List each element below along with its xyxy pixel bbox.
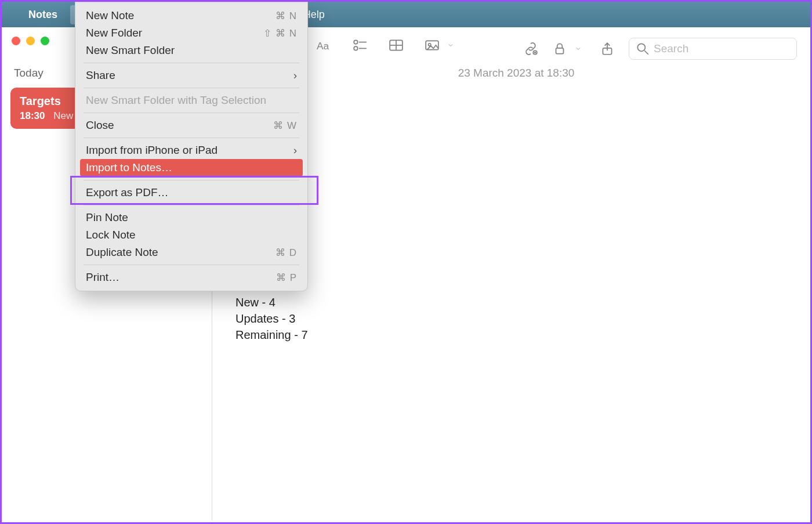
menu-item-new-smart-folder-tag: New Smart Folder with Tag Selection — [75, 92, 307, 109]
note-line: Updates - 3 — [235, 310, 797, 327]
search-placeholder: Search — [654, 42, 688, 55]
search-icon — [635, 41, 650, 56]
note-preview: New — [53, 110, 73, 121]
svg-text:Aa: Aa — [317, 40, 329, 52]
photo-icon — [425, 38, 440, 53]
chevron-down-icon — [571, 41, 586, 56]
editor-toolbar: Aa — [317, 38, 458, 53]
menu-item-share[interactable]: Share› — [75, 67, 307, 84]
window-close-button[interactable] — [12, 37, 20, 45]
media-button[interactable] — [425, 38, 458, 53]
lock-icon — [552, 41, 567, 56]
svg-point-15 — [637, 44, 645, 51]
table-icon[interactable] — [389, 38, 404, 53]
svg-rect-13 — [556, 48, 564, 54]
note-editor[interactable]: 23 March 2023 at 18:30 New - 4 Updates -… — [224, 64, 809, 521]
menu-item-close[interactable]: Close⌘ W — [75, 117, 307, 134]
svg-point-1 — [354, 40, 358, 44]
note-time: 18:30 — [20, 110, 45, 121]
svg-point-9 — [429, 44, 431, 46]
window-zoom-button[interactable] — [41, 37, 49, 45]
menu-item-new-note[interactable]: New Note⌘ N — [75, 7, 307, 24]
note-body[interactable]: New - 4 Updates - 3 Remaining - 7 — [235, 294, 797, 343]
window-minimize-button[interactable] — [26, 37, 35, 45]
window-traffic-lights — [12, 37, 49, 45]
text-style-icon[interactable]: Aa — [317, 38, 332, 53]
chevron-right-icon: › — [293, 144, 297, 157]
menu-item-pin-note[interactable]: Pin Note — [75, 209, 307, 226]
chevron-down-icon — [443, 38, 458, 53]
note-line: Remaining - 7 — [235, 327, 797, 343]
menu-item-print[interactable]: Print…⌘ P — [75, 269, 307, 286]
menu-item-duplicate-note[interactable]: Duplicate Note⌘ D — [75, 244, 307, 261]
note-line: New - 4 — [235, 294, 797, 310]
menu-item-new-smart-folder[interactable]: New Smart Folder — [75, 42, 307, 59]
menu-item-export-pdf[interactable]: Export as PDF… — [75, 184, 307, 201]
lock-button[interactable] — [552, 41, 586, 56]
toolbar-right: Search — [523, 38, 797, 60]
menu-item-import-iphone[interactable]: Import from iPhone or iPad› — [75, 142, 307, 159]
svg-point-3 — [354, 46, 358, 50]
search-field[interactable]: Search — [629, 38, 797, 60]
checklist-icon[interactable] — [353, 38, 368, 53]
svg-line-16 — [644, 50, 648, 55]
app-menu-notes[interactable]: Notes — [21, 5, 64, 24]
note-datestamp: 23 March 2023 at 18:30 — [235, 67, 797, 79]
menu-item-new-folder[interactable]: New Folder⇧ ⌘ N — [75, 24, 307, 42]
chevron-right-icon: › — [293, 69, 297, 82]
link-note-icon[interactable] — [523, 41, 538, 56]
menu-item-lock-note[interactable]: Lock Note — [75, 226, 307, 244]
share-icon[interactable] — [600, 41, 615, 56]
menu-item-import-to-notes[interactable]: Import to Notes… — [80, 159, 303, 176]
file-menu-dropdown: New Note⌘ N New Folder⇧ ⌘ N New Smart Fo… — [75, 2, 308, 291]
